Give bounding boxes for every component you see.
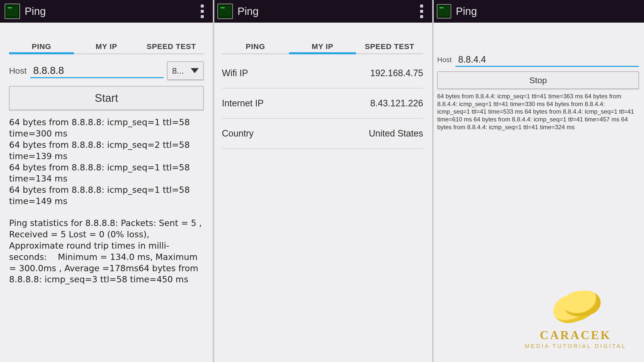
tab-myip[interactable]: MY IP: [74, 38, 139, 53]
app-title: Ping: [25, 5, 46, 17]
tab-ping[interactable]: PING: [9, 38, 74, 53]
app-icon: [437, 4, 451, 19]
host-row: Host 8...: [9, 61, 204, 80]
panel-myip: Ping PING MY IP SPEED TEST Wifi IP192.16…: [213, 0, 432, 362]
stop-button[interactable]: Stop: [437, 71, 639, 89]
ping-stats: Ping statistics for 8.8.8.8: Packets: Se…: [9, 217, 204, 285]
host-row: Host: [437, 53, 639, 67]
start-button[interactable]: Start: [9, 86, 204, 110]
app-title: Ping: [237, 5, 259, 17]
host-input[interactable]: [30, 63, 164, 78]
info-label: Internet IP: [222, 98, 264, 109]
tab-speed[interactable]: SPEED TEST: [356, 38, 423, 53]
host-input[interactable]: [455, 53, 639, 67]
info-value: 192.168.4.75: [370, 68, 423, 78]
ping-output: 64 bytes from 8.8.4.4: icmp_seq=1 ttl=41…: [437, 93, 639, 131]
panel-ping: Ping PING MY IP SPEED TEST Host 8... Sta…: [0, 0, 213, 362]
ip-info-list: Wifi IP192.168.4.75Internet IP8.43.121.2…: [222, 58, 423, 149]
tab-bar: PING MY IP SPEED TEST: [9, 38, 204, 54]
appbar: Ping: [432, 0, 644, 23]
appbar: Ping: [213, 0, 432, 23]
panel-ping-running: Ping Host Stop 64 bytes from 8.8.4.4: ic…: [432, 0, 644, 362]
info-label: Wifi IP: [222, 68, 248, 78]
appbar: Ping: [0, 0, 213, 23]
tab-speed[interactable]: SPEED TEST: [139, 38, 204, 53]
app-icon: [5, 4, 20, 19]
banana-icon: [548, 286, 603, 327]
app-icon: [217, 4, 233, 19]
history-dropdown[interactable]: 8...: [167, 61, 204, 80]
chevron-down-icon: [191, 68, 199, 73]
tab-myip[interactable]: MY IP: [289, 38, 356, 53]
tab-ping[interactable]: PING: [222, 38, 289, 53]
panel-divider: [432, 0, 434, 362]
watermark-brand: CARACEK: [525, 328, 626, 342]
panel-divider: [213, 0, 214, 362]
info-label: Country: [222, 128, 254, 139]
info-row: CountryUnited States: [222, 119, 423, 149]
overflow-menu-icon[interactable]: [419, 5, 425, 18]
ping-output: 64 bytes from 8.8.8.8: icmp_seq=1 ttl=58…: [9, 117, 204, 207]
info-value: United States: [369, 128, 423, 139]
app-title: Ping: [456, 5, 477, 17]
info-value: 8.43.121.226: [370, 98, 423, 109]
tab-bar: PING MY IP SPEED TEST: [222, 38, 423, 54]
info-row: Internet IP8.43.121.226: [222, 88, 423, 119]
overflow-menu-icon[interactable]: [199, 5, 205, 18]
info-row: Wifi IP192.168.4.75: [222, 58, 423, 88]
watermark: CARACEK MEDIA TUTORIAL DIGITAL: [525, 286, 626, 349]
dropdown-text: 8...: [172, 66, 184, 76]
host-label: Host: [437, 56, 452, 64]
watermark-tagline: MEDIA TUTORIAL DIGITAL: [525, 343, 626, 349]
host-label: Host: [9, 66, 27, 76]
